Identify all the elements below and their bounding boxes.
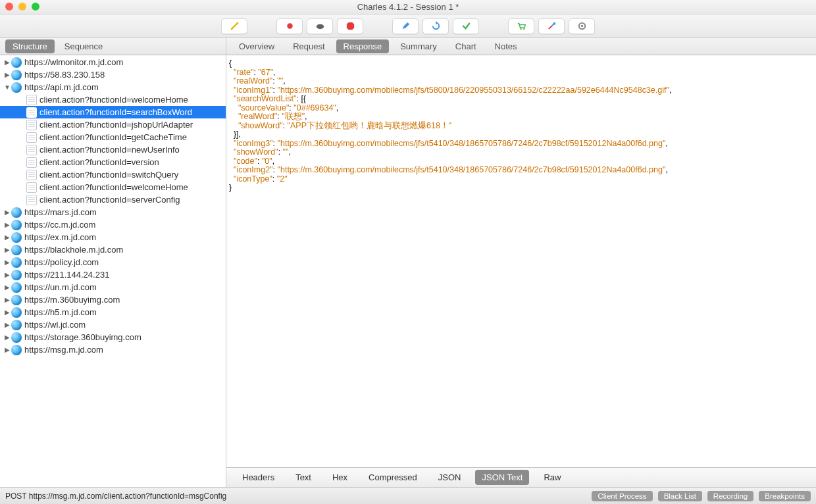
left-tab-sequence[interactable]: Sequence [57,39,111,53]
body-tab-json[interactable]: JSON [432,470,468,485]
tree-host-item[interactable]: ▶https://wl.jd.com [0,318,226,331]
tree-request-item[interactable]: client.action?functionId=version [0,156,226,168]
detail-tab-overview[interactable]: Overview [232,39,282,53]
close-window-button[interactable] [5,3,13,11]
view-tabs-row: StructureSequence OverviewRequestRespons… [0,38,816,55]
tree-request-item[interactable]: client.action?functionId=switchQuery [0,168,226,181]
tree-request-item[interactable]: client.action?functionId=searchBoxWord [0,106,226,118]
status-pill-black-list[interactable]: Black List [658,491,702,501]
broom-button[interactable] [221,18,247,34]
minimize-window-button[interactable] [18,3,26,11]
repeat-button[interactable] [422,18,449,34]
disclosure-triangle[interactable]: ▶ [4,71,11,78]
tree-host-item[interactable]: ▶https://ex.m.jd.com [0,231,226,243]
status-pills: Client ProcessBlack ListRecordingBreakpo… [592,491,811,501]
tree-host-item[interactable]: ▶https://msg.m.jd.com [0,343,226,356]
detail-tab-notes[interactable]: Notes [488,39,524,53]
file-icon [26,182,37,193]
file-icon [26,145,37,155]
tree-host-item[interactable]: ▼https://api.m.jd.com [0,81,226,93]
status-pill-breakpoints[interactable]: Breakpoints [759,491,811,501]
tree-host-item[interactable]: ▶https://mars.jd.com [0,206,226,218]
disclosure-triangle[interactable]: ▼ [4,84,11,91]
tree-host-item[interactable]: ▶https://cc.m.jd.com [0,218,226,231]
tree-item-label: https://cc.m.jd.com [24,220,95,230]
tree-item-label: client.action?functionId=welcomeHome [39,95,188,105]
json-text-viewer[interactable]: { "rate": "67", "realWord": "", "iconImg… [226,55,816,467]
disclosure-triangle[interactable]: ▶ [4,246,11,253]
tree-request-item[interactable]: client.action?functionId=getCacheTime [0,131,226,143]
file-icon [26,107,37,118]
body-tab-raw[interactable]: Raw [537,470,567,485]
body-tab-hex[interactable]: Hex [326,470,354,485]
disclosure-triangle[interactable]: ▶ [4,271,11,278]
content-pane: { "rate": "67", "realWord": "", "iconImg… [226,55,816,487]
tree-item-label: client.action?functionId=serverConfig [39,195,180,205]
disclosure-triangle[interactable]: ▶ [4,321,11,328]
zoom-window-button[interactable] [32,3,39,11]
tree-host-item[interactable]: ▶https://m.360buyimg.com [0,293,226,306]
disclosure-triangle[interactable]: ▶ [4,334,11,341]
session-tree[interactable]: ▶https://wlmonitor.m.jd.com▶https://58.8… [0,55,226,487]
tree-item-label: https://m.360buyimg.com [24,295,120,305]
json-line: "sourceValue": "0##69634", [229,104,813,113]
record-button[interactable] [276,18,303,34]
structure-sequence-tabs: StructureSequence [0,38,226,55]
settings-button[interactable] [569,18,595,34]
disclosure-triangle[interactable]: ▶ [4,234,11,241]
disclosure-triangle[interactable]: ▶ [4,209,11,216]
left-tab-structure[interactable]: Structure [5,39,55,53]
body-tab-compressed[interactable]: Compressed [362,470,424,485]
tree-request-item[interactable]: client.action?functionId=welcomeHome [0,93,226,106]
tree-request-item[interactable]: client.action?functionId=serverConfig [0,193,226,206]
disclosure-triangle[interactable]: ▶ [4,221,11,228]
disclosure-triangle[interactable]: ▶ [4,296,11,303]
disclosure-triangle[interactable]: ▶ [4,259,11,266]
body-tab-text[interactable]: Text [289,470,318,485]
globe-icon [11,57,22,68]
tree-host-item[interactable]: ▶https://blackhole.m.jd.com [0,243,226,256]
tree-request-item[interactable]: client.action?functionId=newUserInfo [0,143,226,156]
tree-item-label: client.action?functionId=jshopUrlAdapter [39,120,193,130]
globe-icon [11,332,22,343]
tree-request-item[interactable]: client.action?functionId=welcomeHome [0,181,226,193]
window-title: Charles 4.1.2 - Session 1 * [357,2,459,12]
detail-tab-request[interactable]: Request [286,39,332,53]
tree-host-item[interactable]: ▶https://un.m.jd.com [0,281,226,293]
disclosure-triangle[interactable]: ▶ [4,346,11,353]
throttle-button[interactable] [307,18,333,34]
detail-tab-summary[interactable]: Summary [393,39,444,53]
tree-host-item[interactable]: ▶https://policy.jd.com [0,256,226,268]
globe-icon [11,232,22,243]
globe-icon [11,270,22,280]
detail-tab-chart[interactable]: Chart [448,39,484,53]
tree-item-label: client.action?functionId=version [39,157,159,167]
status-pill-recording[interactable]: Recording [707,491,753,501]
body-tab-headers[interactable]: Headers [236,470,281,485]
tree-host-item[interactable]: ▶https://h5.m.jd.com [0,306,226,318]
tree-host-item[interactable]: ▶https://wlmonitor.m.jd.com [0,56,226,68]
file-icon [26,170,37,180]
detail-tab-response[interactable]: Response [336,39,390,53]
tree-host-item[interactable]: ▶https://211.144.24.231 [0,268,226,281]
svg-point-0 [287,23,292,28]
compose-button[interactable] [392,18,419,34]
tree-request-item[interactable]: client.action?functionId=jshopUrlAdapter [0,118,226,131]
tree-host-item[interactable]: ▶https://58.83.230.158 [0,68,226,81]
tree-item-label: https://wl.jd.com [24,320,86,330]
tools-wrench-button[interactable] [538,18,565,34]
tree-host-item[interactable]: ▶https://storage.360buyimg.com [0,331,226,343]
disclosure-triangle[interactable]: ▶ [4,59,11,66]
validate-button[interactable] [453,18,479,34]
toolbar [0,14,816,38]
tree-item-label: https://h5.m.jd.com [24,307,97,317]
globe-icon [11,320,22,330]
body-tab-json-text[interactable]: JSON Text [475,470,529,485]
stop-button[interactable] [337,18,363,34]
tree-item-label: client.action?functionId=welcomeHome [39,182,188,192]
detail-tabs: OverviewRequestResponseSummaryChartNotes [226,38,816,55]
tools-cart-button[interactable] [508,18,534,34]
status-pill-client-process[interactable]: Client Process [592,491,652,501]
disclosure-triangle[interactable]: ▶ [4,284,11,291]
disclosure-triangle[interactable]: ▶ [4,309,11,316]
